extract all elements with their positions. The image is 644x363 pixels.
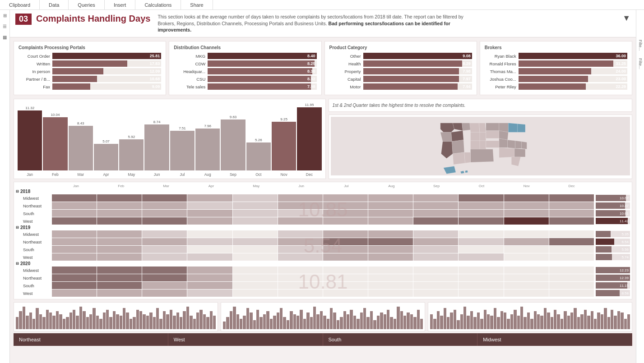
heatmap-cell [142, 274, 187, 281]
menu-clipboard[interactable]: Clipboard [0, 0, 40, 9]
spark-bar [577, 317, 580, 329]
region-label: Northeast [16, 239, 52, 244]
spark-bar [547, 312, 550, 329]
section-number: 03 [15, 14, 32, 25]
heatmap-cell [368, 217, 413, 225]
spark-bar [413, 317, 416, 329]
menu-queries[interactable]: Queries [69, 0, 105, 9]
spark-bar [203, 314, 206, 329]
metric-value: 7.97 [463, 76, 471, 82]
spark-bar [93, 308, 95, 329]
heatmap-cell [368, 202, 413, 209]
spark-bar [280, 308, 283, 329]
heatmap-region-row: Midwest10.67 [16, 194, 630, 202]
spark-bar [99, 319, 102, 329]
heatmap-year-wrapper: 5.54Midwest5.35Northeast6.54South5.56Wes… [16, 230, 630, 261]
spark-bar [66, 317, 69, 329]
bar-value: 5.07 [102, 139, 110, 143]
metric-value: 31.25 [616, 60, 626, 67]
spark-bar [86, 317, 89, 329]
sidebar-icon-chart[interactable]: ▦ [1, 33, 9, 41]
filter-panel-btn-1[interactable]: Filte... [637, 37, 644, 54]
heatmap-cell [504, 282, 549, 289]
sidebar-icon-grid[interactable]: ⊞ [1, 12, 9, 19]
heatmap-year-wrapper: 10.85Midwest10.67Northeast10.47South10.6… [16, 194, 630, 225]
metric-label: Thomas Ma... [485, 69, 519, 74]
metric-label: Joshua Coo... [485, 77, 519, 82]
spark-bar [19, 311, 22, 329]
bar-rect [144, 124, 169, 170]
metric-value: 8.02 [307, 76, 315, 82]
spark-bar [136, 310, 139, 329]
spark-bar [347, 314, 349, 329]
heatmap-month-header: Feb [99, 184, 144, 188]
spark-bar [213, 316, 216, 329]
menu-insert[interactable]: Insert [105, 0, 136, 9]
spark-bar [106, 310, 109, 329]
spark-bar [120, 316, 122, 329]
metric-value: 22.29 [616, 83, 626, 90]
heatmap-cell [504, 238, 549, 245]
spark-bar [554, 310, 556, 329]
heatmap-year-wrapper: 10.81Midwest12.23Northeast12.39South11.1… [16, 267, 630, 297]
heatmap-cell [142, 230, 187, 238]
metric-label: Written [19, 61, 52, 66]
bar-month-label: Sep [221, 172, 245, 177]
spark-bar [310, 317, 313, 329]
us-map [331, 117, 630, 175]
bar-rect [272, 122, 296, 170]
spark-bar [327, 319, 329, 329]
portals-title: Complaints Processing Portals [19, 45, 161, 50]
heatmap-cell [413, 238, 458, 245]
heatmap-side-bar: 12.23 [594, 267, 630, 273]
year-toggle-icon[interactable]: ⊟ [16, 225, 19, 230]
filter-icon[interactable]: ▼ [622, 14, 630, 23]
spark-bar [337, 320, 339, 329]
year-toggle-icon[interactable]: ⊟ [16, 189, 19, 193]
year-toggle[interactable]: ⊟ 2019 [16, 225, 52, 230]
heatmap-cell [278, 210, 323, 217]
bar-value: 5.26 [255, 138, 262, 142]
heatmap-cell [52, 274, 97, 281]
metric-row: Property7.98 [329, 68, 472, 74]
spark-bar [584, 310, 587, 329]
year-toggle-icon[interactable]: ⊟ [16, 262, 19, 266]
spark-bar [430, 314, 433, 329]
spark-bar [611, 310, 613, 329]
heatmap-cell [368, 210, 413, 217]
spark-bar [76, 316, 79, 329]
filter-panel-btn-2[interactable]: Filte... [637, 55, 644, 72]
spark-bar [570, 312, 573, 329]
metric-bar-wrap: 17.83 [52, 60, 161, 67]
heatmap-section: JanFebMarAprMayJunJulAugSepOctNovDec ⊟ 2… [14, 182, 632, 299]
heatmap-cell [504, 267, 549, 274]
channels-title: Distribution Channels [174, 45, 316, 50]
bar-rect [170, 131, 195, 170]
heatmap-cell [323, 246, 368, 253]
heatmap-cell [459, 267, 503, 274]
spark-bar [587, 316, 590, 329]
menu-calculations[interactable]: Calculations [135, 0, 181, 9]
spark-bar [454, 310, 456, 329]
heatmap-cell [413, 253, 458, 261]
dashboard: Complaints Processing Portals Court Orde… [10, 37, 636, 363]
metric-bar-wrap: 8.10 [208, 68, 316, 74]
menu-data[interactable]: Data [40, 0, 69, 9]
region-label: Midwest [16, 268, 52, 273]
heatmap-cell [413, 194, 458, 202]
heatmap-year-row: ⊟ 2019 [16, 225, 630, 230]
year-toggle[interactable]: ⊟ 2020 [16, 261, 52, 266]
side-bar-value: 12.23 [620, 267, 629, 273]
region-label: West [16, 291, 52, 296]
year-toggle[interactable]: ⊟ 2018 [16, 189, 52, 194]
sidebar-icon-list[interactable]: ☰ [1, 23, 9, 30]
menu-share[interactable]: Share [181, 0, 213, 9]
heatmap-cell [97, 210, 142, 217]
heatmap-cell [413, 274, 458, 281]
spark-bar [607, 317, 610, 329]
heatmap-region-row: Midwest12.23 [16, 267, 630, 274]
spark-bar [300, 310, 302, 329]
heatmap-cell [504, 202, 549, 209]
heatmap-cell [459, 282, 503, 289]
footer-region-item: Midwest [477, 333, 632, 346]
